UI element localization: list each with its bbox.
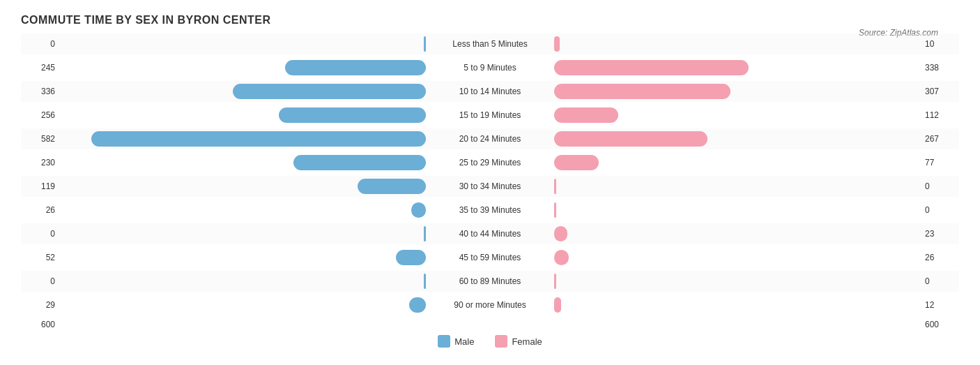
bar-row: 0 40 to 44 Minutes 23 [21,223,959,244]
bars-area: 15 to 19 Minutes [59,107,921,123]
female-bar-wrap [553,202,921,218]
female-value: 267 [921,134,959,144]
row-label: 25 to 29 Minutes [427,158,553,167]
row-label: 20 to 24 Minutes [427,134,553,144]
legend-female-label: Female [512,336,542,347]
bar-row: 230 25 to 29 Minutes 77 [21,152,959,173]
row-label: 15 to 19 Minutes [427,110,553,120]
bars-area: 5 to 9 Minutes [59,60,921,75]
legend-female: Female [495,335,542,348]
male-bar [233,84,426,99]
female-bar [554,131,707,147]
male-bar-wrap [59,179,427,194]
axis-left-value: 600 [21,320,59,329]
male-bar [424,36,426,52]
male-value: 26 [21,205,59,215]
bars-area: 90 or more Minutes [59,297,921,313]
female-value: 23 [921,229,959,239]
legend: Male Female [21,335,959,348]
female-bar [554,60,749,75]
row-label: 30 to 34 Minutes [427,181,553,191]
row-label: 5 to 9 Minutes [427,63,553,73]
female-bar-wrap [553,84,921,99]
female-bar [554,274,556,289]
male-bar [358,179,426,194]
male-bar-wrap [59,36,427,52]
female-value: 338 [921,63,959,73]
male-bar-wrap [59,131,427,147]
male-bar [424,226,426,241]
female-value: 0 [921,181,959,191]
row-label: 10 to 14 Minutes [427,87,553,96]
female-bar [554,179,556,194]
male-value: 230 [21,158,59,167]
female-bar [554,297,561,313]
female-bar [554,84,730,99]
bars-area: 25 to 29 Minutes [59,155,921,170]
male-bar-wrap [59,250,427,265]
male-bar-wrap [59,84,427,99]
male-bar [293,155,426,170]
bar-row: 245 5 to 9 Minutes 338 [21,57,959,78]
female-bar [554,107,618,123]
bars-area: 30 to 34 Minutes [59,179,921,194]
male-bar-wrap [59,60,427,75]
male-value: 29 [21,300,59,310]
axis-right-value: 600 [921,320,959,329]
bar-row: 0 Less than 5 Minutes 10 [21,33,959,54]
legend-female-icon [495,335,507,348]
bars-area: 45 to 59 Minutes [59,250,921,265]
male-value: 119 [21,181,59,191]
female-value: 77 [921,158,959,167]
female-bar-wrap [553,297,921,313]
male-value: 245 [21,63,59,73]
male-bar-wrap [59,297,427,313]
male-value: 52 [21,253,59,262]
bars-area: Less than 5 Minutes [59,36,921,52]
bar-row: 256 15 to 19 Minutes 112 [21,105,959,126]
row-label: 45 to 59 Minutes [427,253,553,262]
female-value: 0 [921,276,959,286]
female-value: 112 [921,110,959,120]
axis-row: 600 600 [21,320,959,329]
male-value: 582 [21,134,59,144]
male-bar [411,202,426,218]
female-bar [554,155,599,170]
bar-row: 582 20 to 24 Minutes 267 [21,128,959,149]
female-bar-wrap [553,60,921,75]
male-bar [409,297,426,313]
legend-male-icon [438,335,450,348]
female-bar [554,202,556,218]
male-value: 0 [21,229,59,239]
female-bar-wrap [553,250,921,265]
male-bar [396,250,426,265]
male-bar [285,60,426,75]
male-value: 256 [21,110,59,120]
female-bar-wrap [553,155,921,170]
bar-row: 52 45 to 59 Minutes 26 [21,247,959,268]
chart-title: COMMUTE TIME BY SEX IN BYRON CENTER [21,14,959,27]
row-label: 60 to 89 Minutes [427,276,553,286]
female-value: 0 [921,205,959,215]
male-bar-wrap [59,274,427,289]
female-bar [554,250,569,265]
male-value: 336 [21,87,59,96]
chart-container: 0 Less than 5 Minutes 10 245 5 to 9 Minu… [21,33,959,348]
bars-area: 60 to 89 Minutes [59,274,921,289]
male-bar-wrap [59,107,427,123]
female-bar-wrap [553,179,921,194]
bars-area: 40 to 44 Minutes [59,226,921,241]
bar-row: 26 35 to 39 Minutes 0 [21,200,959,221]
male-bar-wrap [59,202,427,218]
male-bar [424,274,426,289]
female-bar-wrap [553,131,921,147]
male-value: 0 [21,39,59,49]
female-value: 12 [921,300,959,310]
female-value: 10 [921,39,959,49]
male-value: 0 [21,276,59,286]
male-bar [279,107,426,123]
female-bar [554,36,560,52]
bar-row: 336 10 to 14 Minutes 307 [21,81,959,102]
female-bar [554,226,567,241]
bars-area: 35 to 39 Minutes [59,202,921,218]
